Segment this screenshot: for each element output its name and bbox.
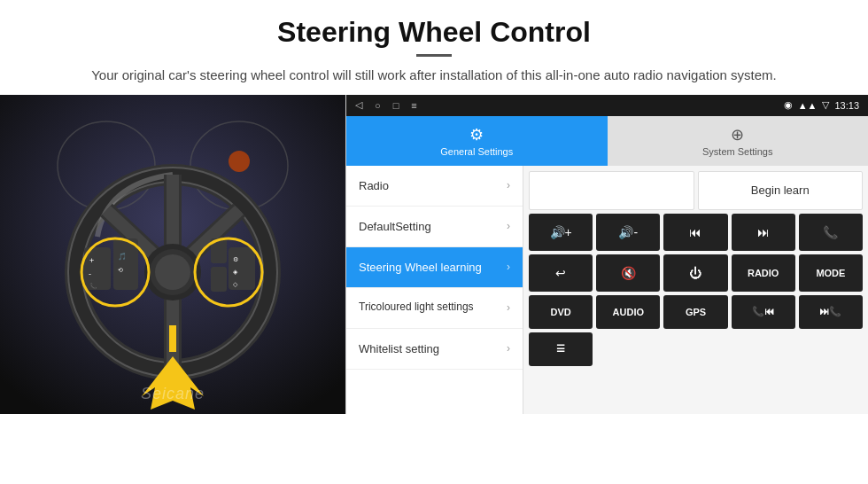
begin-learn-row: Begin learn bbox=[529, 171, 863, 210]
menu-icon: ☰ bbox=[556, 343, 565, 355]
vol-up-button[interactable]: 🔊+ bbox=[529, 214, 593, 251]
nav-buttons: ◁ ○ □ ≡ bbox=[355, 99, 417, 111]
last-row: ☰ bbox=[529, 332, 863, 366]
menu-item-whitelist[interactable]: Whitelist setting › bbox=[346, 329, 523, 370]
svg-point-17 bbox=[155, 254, 190, 290]
page-title: Steering Wheel Control bbox=[35, 16, 833, 49]
svg-text:+: + bbox=[89, 256, 94, 265]
svg-text:⟲: ⟲ bbox=[118, 267, 123, 273]
title-divider bbox=[416, 54, 452, 57]
dvd-button[interactable]: DVD bbox=[529, 295, 593, 329]
radio-label: RADIO bbox=[748, 268, 779, 278]
next-icon: ⏭ bbox=[757, 225, 770, 239]
nav-home-icon[interactable]: ○ bbox=[375, 100, 381, 111]
control-buttons-row1: 🔊+ 🔊- ⏮ ⏭ 📞 bbox=[529, 214, 863, 251]
car-image: + - 📞 🎵 ⟲ ⚙ ◈ ◇ Seicane bbox=[0, 95, 345, 414]
android-screen: ◁ ○ □ ≡ ◉ ▲▲ ▽ 13:13 ⚙ General Settings … bbox=[345, 95, 868, 414]
seicane-watermark: Seicane bbox=[141, 385, 205, 403]
call-prev-button[interactable]: 📞⏮ bbox=[732, 295, 795, 329]
control-buttons-row2: ↩ 🔇 ⏻ RADIO MODE bbox=[529, 254, 863, 292]
gps-icon: ◉ bbox=[784, 99, 793, 111]
tab-general-label: General Settings bbox=[440, 146, 513, 157]
menu-item-whitelist-label: Whitelist setting bbox=[359, 342, 439, 355]
status-indicators: ◉ ▲▲ ▽ 13:13 bbox=[784, 99, 859, 111]
svg-text:-: - bbox=[89, 269, 91, 278]
page-header: Steering Wheel Control Your original car… bbox=[0, 0, 868, 95]
radio-button[interactable]: RADIO bbox=[732, 254, 795, 292]
right-panel: Begin learn 🔊+ 🔊- ⏮ ⏭ bbox=[523, 166, 868, 414]
vol-up-icon: 🔊+ bbox=[550, 225, 572, 239]
menu-item-radio[interactable]: Radio › bbox=[346, 166, 523, 207]
status-bar: ◁ ○ □ ≡ ◉ ▲▲ ▽ 13:13 bbox=[346, 95, 868, 116]
signal-icon: ▲▲ bbox=[798, 100, 818, 111]
begin-learn-button[interactable]: Begin learn bbox=[698, 171, 864, 210]
svg-text:⚙: ⚙ bbox=[233, 256, 238, 262]
call-next-icon: ⏭📞 bbox=[819, 306, 841, 317]
general-settings-icon: ⚙ bbox=[469, 125, 484, 144]
menu-item-steering-label: Steering Wheel learning bbox=[359, 261, 482, 274]
main-content: + - 📞 🎵 ⟲ ⚙ ◈ ◇ Seicane bbox=[0, 95, 868, 414]
bottom-buttons: DVD AUDIO GPS 📞⏮ ⏭📞 bbox=[529, 295, 863, 329]
audio-button[interactable]: AUDIO bbox=[596, 295, 660, 329]
mute-button[interactable]: 🔇 bbox=[596, 254, 660, 292]
wifi-icon: ▽ bbox=[822, 99, 829, 111]
mute-icon: 🔇 bbox=[621, 266, 636, 280]
call-icon: 📞 bbox=[823, 225, 838, 239]
steering-wheel-image: + - 📞 🎵 ⟲ ⚙ ◈ ◇ bbox=[0, 95, 345, 414]
audio-label: AUDIO bbox=[613, 307, 644, 317]
gps-button[interactable]: GPS bbox=[663, 295, 727, 329]
call-button[interactable]: 📞 bbox=[799, 214, 863, 251]
nav-menu-icon[interactable]: ≡ bbox=[411, 100, 416, 111]
mode-label: MODE bbox=[816, 268, 845, 278]
tab-general-settings[interactable]: ⚙ General Settings bbox=[346, 116, 608, 166]
tab-bar: ⚙ General Settings ⊕ System Settings bbox=[346, 116, 868, 166]
empty-field bbox=[529, 171, 694, 210]
chevron-right-icon: › bbox=[507, 220, 510, 232]
tab-system-settings[interactable]: ⊕ System Settings bbox=[608, 116, 869, 166]
hang-up-button[interactable]: ↩ bbox=[529, 254, 593, 292]
menu-item-default[interactable]: DefaultSetting › bbox=[346, 207, 523, 247]
nav-recent-icon[interactable]: □ bbox=[393, 100, 399, 111]
call-prev-icon: 📞⏮ bbox=[752, 306, 774, 317]
power-button[interactable]: ⏻ bbox=[663, 254, 727, 292]
vol-down-button[interactable]: 🔊- bbox=[596, 214, 660, 251]
menu-item-light[interactable]: Tricoloured light settings › bbox=[346, 288, 523, 329]
chevron-right-icon: › bbox=[507, 179, 510, 191]
svg-text:🎵: 🎵 bbox=[118, 252, 127, 261]
chevron-right-icon: › bbox=[507, 301, 510, 314]
time-display: 13:13 bbox=[834, 100, 859, 111]
dvd-label: DVD bbox=[550, 307, 570, 317]
chevron-right-icon: › bbox=[507, 261, 510, 273]
gps-label: GPS bbox=[686, 307, 706, 317]
menu-item-radio-label: Radio bbox=[359, 179, 389, 192]
menu-item-steering[interactable]: Steering Wheel learning › bbox=[346, 247, 523, 288]
mode-button[interactable]: MODE bbox=[799, 254, 863, 292]
nav-back-icon[interactable]: ◁ bbox=[355, 99, 362, 111]
call-next-button[interactable]: ⏭📞 bbox=[799, 295, 863, 329]
menu-list: Radio › DefaultSetting › Steering Wheel … bbox=[346, 166, 523, 414]
svg-point-3 bbox=[229, 151, 250, 172]
system-settings-icon: ⊕ bbox=[731, 125, 744, 144]
chevron-right-icon: › bbox=[507, 342, 510, 355]
power-icon: ⏻ bbox=[689, 266, 701, 280]
menu-btn[interactable]: ☰ bbox=[529, 332, 593, 366]
next-button[interactable]: ⏭ bbox=[732, 214, 795, 251]
menu-item-light-label: Tricoloured light settings bbox=[359, 301, 474, 315]
header-description: Your original car's steering wheel contr… bbox=[35, 66, 833, 86]
svg-text:📞: 📞 bbox=[89, 282, 97, 290]
prev-icon: ⏮ bbox=[689, 225, 701, 239]
tab-system-label: System Settings bbox=[702, 146, 772, 157]
prev-button[interactable]: ⏮ bbox=[663, 214, 727, 251]
screen-body: Radio › DefaultSetting › Steering Wheel … bbox=[346, 166, 868, 414]
menu-item-default-label: DefaultSetting bbox=[359, 220, 431, 233]
svg-rect-27 bbox=[211, 267, 227, 292]
hang-up-icon: ↩ bbox=[555, 266, 566, 280]
vol-down-icon: 🔊- bbox=[618, 225, 638, 239]
